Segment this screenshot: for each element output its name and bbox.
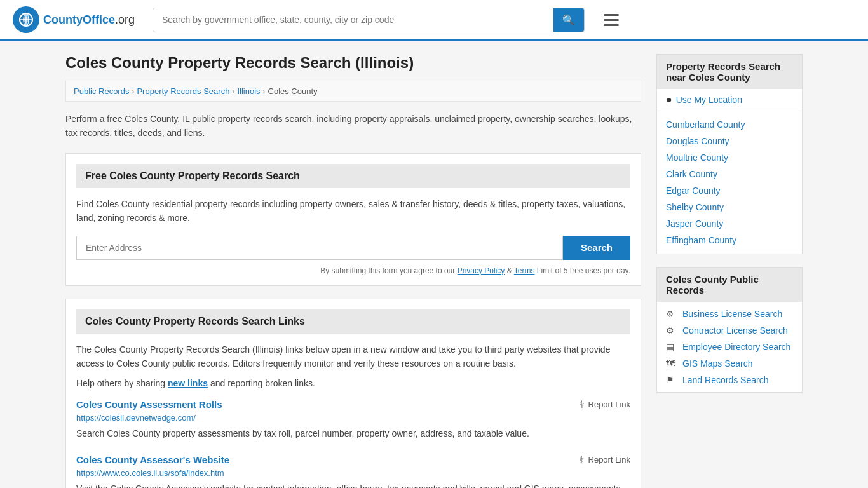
header-search-button[interactable]: 🔍: [553, 8, 584, 32]
list-item: ⚙ Business License Search: [657, 306, 802, 322]
link-item: Coles County Assessor's Website ⚕ Report…: [76, 454, 630, 488]
address-input[interactable]: [76, 236, 563, 260]
list-item: Shelby County: [657, 199, 802, 215]
sidebar: Property Records Search near Coles Count…: [656, 54, 803, 488]
list-item: Cumberland County: [657, 116, 802, 133]
public-records-heading: Coles County Public Records: [657, 268, 802, 302]
list-item: Clark County: [657, 166, 802, 182]
address-search-row: Search: [76, 236, 630, 260]
content-area: Coles County Property Records Search (Il…: [65, 54, 641, 488]
header-search-input[interactable]: [153, 10, 553, 30]
nearby-counties-heading: Property Records Search near Coles Count…: [657, 55, 802, 89]
terms-link[interactable]: Terms: [514, 266, 535, 275]
public-record-link[interactable]: GIS Maps Search: [682, 358, 753, 369]
report-link-button[interactable]: ⚕ Report Link: [579, 398, 630, 410]
breadcrumb-sep: ›: [132, 87, 134, 96]
public-record-link[interactable]: Employee Directory Search: [682, 342, 790, 352]
breadcrumb-public-records[interactable]: Public Records: [74, 86, 129, 96]
public-record-link[interactable]: Contractor License Search: [682, 325, 788, 336]
page-title: Coles County Property Records Search (Il…: [65, 54, 641, 72]
nearby-county-link[interactable]: Jasper County: [666, 219, 723, 229]
nearby-county-link[interactable]: Shelby County: [666, 202, 724, 212]
nearby-county-link[interactable]: Clark County: [666, 169, 717, 179]
page-description: Perform a free Coles County, IL public p…: [65, 112, 641, 140]
privacy-policy-link[interactable]: Privacy Policy: [458, 266, 505, 275]
public-records-box: Coles County Public Records ⚙ Business L…: [656, 267, 803, 393]
menu-button[interactable]: [604, 14, 619, 26]
header-search-bar: 🔍: [153, 8, 585, 32]
report-icon: ⚕: [579, 454, 585, 466]
free-search-description: Find Coles County residential property r…: [76, 197, 630, 226]
list-item: 🗺 GIS Maps Search: [657, 355, 802, 372]
link-item: Coles County Assessment Rolls ⚕ Report L…: [76, 398, 630, 440]
gear-icon: ⚙: [666, 325, 677, 336]
gear-icon: ⚙: [666, 309, 677, 319]
use-location-link[interactable]: Use My Location: [676, 95, 742, 105]
list-item: Douglas County: [657, 133, 802, 149]
use-location[interactable]: ● Use My Location: [657, 89, 802, 111]
list-item: Jasper County: [657, 215, 802, 232]
directory-icon: ▤: [666, 342, 677, 352]
list-item: ▤ Employee Directory Search: [657, 339, 802, 355]
list-item: Edgar County: [657, 182, 802, 199]
nearby-county-link[interactable]: Moultrie County: [666, 152, 728, 163]
link-item-header: Coles County Assessment Rolls ⚕ Report L…: [76, 398, 630, 410]
list-item: ⚙ Contractor License Search: [657, 322, 802, 339]
breadcrumb-property-records[interactable]: Property Records Search: [137, 86, 229, 96]
breadcrumb-sep: ›: [263, 87, 266, 96]
breadcrumb: Public Records › Property Records Search…: [65, 81, 641, 102]
public-record-link[interactable]: Land Records Search: [682, 375, 768, 385]
links-description: The Coles County Property Records Search…: [76, 342, 630, 371]
list-item: Effingham County: [657, 232, 802, 248]
logo[interactable]: CountyOffice.org: [13, 6, 140, 33]
menu-line: [604, 24, 619, 26]
map-icon: 🗺: [666, 358, 677, 369]
nearby-counties-list: Cumberland County Douglas County Moultri…: [657, 111, 802, 254]
nearby-county-link[interactable]: Douglas County: [666, 136, 729, 146]
menu-line: [604, 19, 619, 21]
link-item-header: Coles County Assessor's Website ⚕ Report…: [76, 454, 630, 466]
new-links-note: Help others by sharing new links and rep…: [76, 378, 630, 388]
list-item: Moultrie County: [657, 149, 802, 166]
link-description: Visit the Coles County Assessor's websit…: [76, 482, 630, 488]
search-icon: 🔍: [562, 15, 575, 25]
land-icon: ⚑: [666, 375, 677, 385]
nearby-counties-box: Property Records Search near Coles Count…: [656, 54, 803, 254]
link-item-title[interactable]: Coles County Assessor's Website: [76, 454, 229, 465]
new-links-anchor[interactable]: new links: [168, 378, 208, 388]
link-description: Search Coles County property assessments…: [76, 426, 630, 440]
link-url[interactable]: https://www.co.coles.il.us/sofa/index.ht…: [76, 468, 630, 478]
breadcrumb-current: Coles County: [268, 86, 318, 96]
location-pin-icon: ●: [666, 94, 672, 105]
list-item: ⚑ Land Records Search: [657, 372, 802, 388]
free-search-section: Free Coles County Property Records Searc…: [65, 153, 641, 286]
search-disclaimer: By submitting this form you agree to our…: [76, 266, 630, 275]
breadcrumb-sep: ›: [232, 87, 234, 96]
nearby-county-link[interactable]: Cumberland County: [666, 119, 745, 130]
links-heading: Coles County Property Records Search Lin…: [76, 309, 630, 334]
public-record-link[interactable]: Business License Search: [682, 309, 782, 319]
logo-text: CountyOffice.org: [43, 13, 135, 27]
report-icon: ⚕: [579, 398, 585, 410]
nearby-county-link[interactable]: Edgar County: [666, 186, 721, 196]
search-button[interactable]: Search: [563, 236, 630, 260]
report-link-button[interactable]: ⚕ Report Link: [579, 454, 630, 466]
main-container: Coles County Property Records Search (Il…: [53, 41, 815, 488]
links-section: Coles County Property Records Search Lin…: [65, 299, 641, 488]
free-search-heading: Free Coles County Property Records Searc…: [76, 164, 630, 188]
breadcrumb-illinois[interactable]: Illinois: [237, 86, 260, 96]
link-item-title[interactable]: Coles County Assessment Rolls: [76, 399, 222, 410]
header: CountyOffice.org 🔍: [0, 0, 868, 41]
menu-line: [604, 14, 619, 16]
link-url[interactable]: https://colesil.devnetwedge.com/: [76, 413, 630, 423]
nearby-county-link[interactable]: Effingham County: [666, 235, 736, 245]
logo-icon: [13, 6, 39, 33]
